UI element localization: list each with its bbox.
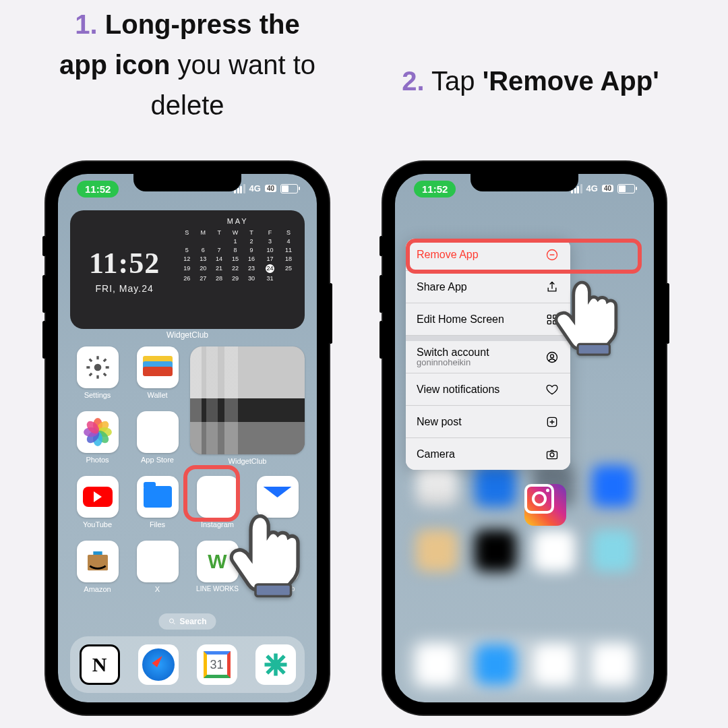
photo-widget-image [190, 346, 305, 454]
photos-icon [77, 411, 119, 453]
menu-new-post[interactable]: New post [406, 406, 570, 438]
home-screen[interactable]: 11:52 4G 40 11:52 FRI, May.24 MAY SMTWTF… [58, 174, 317, 702]
appstore-icon [137, 411, 179, 453]
app-amazon[interactable]: Amazon [70, 541, 125, 605]
step-plain-1: you want to delete [151, 50, 316, 120]
widgetclub-clock-calendar-widget[interactable]: 11:52 FRI, May.24 MAY SMTWTFS12345678910… [70, 210, 305, 329]
dock-app-google-calendar[interactable]: 31 [197, 644, 237, 685]
status-right: 4G 40 [571, 183, 635, 193]
plus-square-icon [545, 415, 559, 429]
step-bold-3: 'Remove App' [483, 66, 659, 96]
menu-camera[interactable]: Camera [406, 438, 570, 470]
notch [471, 174, 578, 191]
amazon-icon [77, 541, 119, 582]
heart-icon [545, 382, 559, 397]
calendar-table: SMTWTFS123456789101112131415161718192021… [179, 228, 297, 282]
battery-level: 40 [265, 185, 276, 192]
phone-mockup-1: 11:52 4G 40 11:52 FRI, May.24 MAY SMTWTF… [46, 162, 329, 715]
blurred-dock [407, 636, 642, 693]
clock-section: 11:52 FRI, May.24 [70, 210, 179, 329]
dock: N 31 [70, 636, 305, 693]
step-number: 2. [402, 66, 424, 96]
app-youtube[interactable]: YouTube [70, 476, 125, 541]
instagram-icon[interactable] [524, 484, 566, 526]
widget-date: FRI, May.24 [96, 283, 154, 294]
youtube-icon [77, 476, 119, 518]
calendar-month: MAY [179, 217, 297, 225]
step-number: 1. [75, 9, 97, 39]
svg-point-14 [550, 452, 554, 456]
network-label: 4G [586, 183, 598, 193]
x-icon: X [137, 541, 179, 582]
blurred-apps [407, 465, 642, 595]
svg-rect-4 [255, 584, 291, 597]
battery-level: 40 [602, 185, 613, 192]
app-photos[interactable]: Photos [70, 411, 125, 476]
menu-view-notifications[interactable]: View notifications [406, 373, 570, 406]
svg-point-3 [169, 619, 173, 623]
step-plain-2: Tap [425, 66, 483, 96]
search-icon [168, 617, 176, 626]
notch [133, 174, 241, 191]
app-settings[interactable]: Settings [70, 346, 125, 411]
svg-rect-15 [578, 344, 609, 355]
step-bold-1: Long-press the [105, 9, 300, 39]
widget-label: WidgetClub [58, 330, 317, 340]
settings-icon [77, 346, 119, 388]
status-time: 11:52 [77, 181, 119, 198]
battery-icon [617, 184, 635, 193]
widget-time: 11:52 [89, 246, 160, 280]
context-menu-screen[interactable]: 11:52 4G 40 Remove App Share App [395, 174, 654, 702]
camera-icon [545, 447, 559, 462]
dock-app-notion[interactable]: N [80, 644, 120, 685]
files-icon [137, 476, 179, 518]
dock-app-claude[interactable] [255, 644, 296, 685]
step-bold-2: app icon [59, 50, 170, 80]
svg-point-0 [94, 364, 101, 371]
pointer-hand-icon [209, 481, 317, 599]
app-appstore[interactable]: App Store [130, 411, 185, 476]
battery-icon [280, 184, 298, 193]
dock-app-safari[interactable] [138, 644, 179, 685]
spotlight-search[interactable]: Search [158, 613, 216, 630]
app-x[interactable]: X X [130, 541, 185, 605]
wallet-icon [137, 346, 179, 388]
instruction-step-1: 1. Long-press the app icon you want to d… [38, 4, 337, 125]
calendar-section: MAY SMTWTFS12345678910111213141516171819… [179, 210, 305, 329]
network-label: 4G [249, 183, 261, 193]
app-files[interactable]: Files [130, 476, 185, 541]
status-right: 4G 40 [234, 183, 298, 193]
phone-mockup-2: 11:52 4G 40 Remove App Share App [383, 162, 666, 715]
widgetclub-photo-widget[interactable]: WidgetClub [190, 346, 305, 476]
status-time: 11:52 [414, 181, 456, 198]
svg-rect-1 [93, 551, 102, 555]
instruction-step-2: 2. Tap 'Remove App' [359, 61, 702, 101]
pointer-hand-icon [536, 251, 645, 357]
app-wallet[interactable]: Wallet [130, 346, 185, 411]
